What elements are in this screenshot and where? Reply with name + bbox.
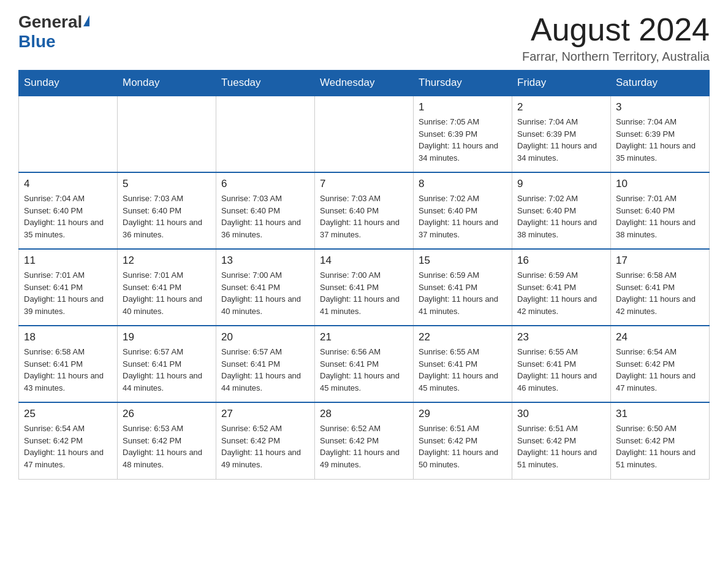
calendar-cell: 11Sunrise: 7:01 AMSunset: 6:41 PMDayligh… xyxy=(19,249,118,326)
calendar-cell: 5Sunrise: 7:03 AMSunset: 6:40 PMDaylight… xyxy=(118,172,216,249)
day-info: Sunrise: 7:04 AMSunset: 6:40 PMDaylight:… xyxy=(24,193,112,240)
day-info: Sunrise: 6:53 AMSunset: 6:42 PMDaylight:… xyxy=(123,423,211,470)
calendar-week-4: 18Sunrise: 6:58 AMSunset: 6:41 PMDayligh… xyxy=(19,326,710,402)
day-info: Sunrise: 6:51 AMSunset: 6:42 PMDaylight:… xyxy=(419,423,507,470)
column-header-wednesday: Wednesday xyxy=(315,71,414,96)
day-info: Sunrise: 6:58 AMSunset: 6:41 PMDaylight:… xyxy=(24,346,112,394)
calendar-cell: 4Sunrise: 7:04 AMSunset: 6:40 PMDaylight… xyxy=(19,172,118,249)
calendar-week-1: 1Sunrise: 7:05 AMSunset: 6:39 PMDaylight… xyxy=(19,96,710,172)
calendar-week-3: 11Sunrise: 7:01 AMSunset: 6:41 PMDayligh… xyxy=(19,249,710,326)
day-info: Sunrise: 7:04 AMSunset: 6:39 PMDaylight:… xyxy=(517,116,605,164)
day-number: 9 xyxy=(517,178,605,190)
day-info: Sunrise: 6:52 AMSunset: 6:42 PMDaylight:… xyxy=(320,423,408,470)
day-info: Sunrise: 7:01 AMSunset: 6:41 PMDaylight:… xyxy=(123,269,211,317)
calendar-cell: 17Sunrise: 6:58 AMSunset: 6:41 PMDayligh… xyxy=(611,249,710,326)
logo: General Blue xyxy=(18,12,91,52)
calendar-cell: 15Sunrise: 6:59 AMSunset: 6:41 PMDayligh… xyxy=(414,249,512,326)
day-number: 7 xyxy=(320,178,408,190)
day-number: 11 xyxy=(24,255,112,267)
calendar-cell: 29Sunrise: 6:51 AMSunset: 6:42 PMDayligh… xyxy=(414,402,512,479)
calendar-cell: 3Sunrise: 7:04 AMSunset: 6:39 PMDaylight… xyxy=(611,96,710,172)
day-number: 8 xyxy=(419,178,507,190)
calendar-cell: 28Sunrise: 6:52 AMSunset: 6:42 PMDayligh… xyxy=(315,402,414,479)
calendar-cell: 19Sunrise: 6:57 AMSunset: 6:41 PMDayligh… xyxy=(118,326,216,402)
day-info: Sunrise: 6:59 AMSunset: 6:41 PMDaylight:… xyxy=(419,269,507,317)
day-number: 15 xyxy=(419,255,507,267)
calendar-cell: 25Sunrise: 6:54 AMSunset: 6:42 PMDayligh… xyxy=(19,402,118,479)
day-info: Sunrise: 6:56 AMSunset: 6:41 PMDaylight:… xyxy=(320,346,408,394)
calendar-cell: 14Sunrise: 7:00 AMSunset: 6:41 PMDayligh… xyxy=(315,249,414,326)
calendar-cell: 23Sunrise: 6:55 AMSunset: 6:41 PMDayligh… xyxy=(512,326,611,402)
day-info: Sunrise: 7:01 AMSunset: 6:40 PMDaylight:… xyxy=(616,193,704,240)
calendar-week-5: 25Sunrise: 6:54 AMSunset: 6:42 PMDayligh… xyxy=(19,402,710,479)
calendar-cell: 22Sunrise: 6:55 AMSunset: 6:41 PMDayligh… xyxy=(414,326,512,402)
day-number: 19 xyxy=(123,331,211,343)
logo-triangle-icon xyxy=(83,15,89,26)
column-header-monday: Monday xyxy=(118,71,216,96)
day-info: Sunrise: 7:03 AMSunset: 6:40 PMDaylight:… xyxy=(123,193,211,240)
calendar-cell: 13Sunrise: 7:00 AMSunset: 6:41 PMDayligh… xyxy=(216,249,315,326)
title-block: August 2024 Farrar, Northern Territory, … xyxy=(522,12,710,64)
day-info: Sunrise: 7:03 AMSunset: 6:40 PMDaylight:… xyxy=(221,193,309,240)
calendar-week-2: 4Sunrise: 7:04 AMSunset: 6:40 PMDaylight… xyxy=(19,172,710,249)
day-number: 31 xyxy=(616,408,704,420)
calendar-cell: 12Sunrise: 7:01 AMSunset: 6:41 PMDayligh… xyxy=(118,249,216,326)
calendar-cell xyxy=(118,96,216,172)
day-number: 18 xyxy=(24,331,112,343)
day-info: Sunrise: 6:54 AMSunset: 6:42 PMDaylight:… xyxy=(616,346,704,394)
calendar-cell: 27Sunrise: 6:52 AMSunset: 6:42 PMDayligh… xyxy=(216,402,315,479)
calendar-cell: 6Sunrise: 7:03 AMSunset: 6:40 PMDaylight… xyxy=(216,172,315,249)
day-info: Sunrise: 7:02 AMSunset: 6:40 PMDaylight:… xyxy=(419,193,507,240)
page-header: General Blue August 2024 Farrar, Norther… xyxy=(18,12,710,64)
day-info: Sunrise: 7:03 AMSunset: 6:40 PMDaylight:… xyxy=(320,193,408,240)
calendar-cell: 26Sunrise: 6:53 AMSunset: 6:42 PMDayligh… xyxy=(118,402,216,479)
day-number: 20 xyxy=(221,331,309,343)
calendar-cell xyxy=(216,96,315,172)
day-number: 14 xyxy=(320,255,408,267)
day-info: Sunrise: 6:58 AMSunset: 6:41 PMDaylight:… xyxy=(616,269,704,317)
column-header-saturday: Saturday xyxy=(611,71,710,96)
day-number: 21 xyxy=(320,331,408,343)
day-number: 28 xyxy=(320,408,408,420)
calendar-cell: 2Sunrise: 7:04 AMSunset: 6:39 PMDaylight… xyxy=(512,96,611,172)
day-number: 13 xyxy=(221,255,309,267)
logo-blue-text: Blue xyxy=(18,32,56,51)
day-info: Sunrise: 6:59 AMSunset: 6:41 PMDaylight:… xyxy=(517,269,605,317)
day-number: 22 xyxy=(419,331,507,343)
day-info: Sunrise: 7:02 AMSunset: 6:40 PMDaylight:… xyxy=(517,193,605,240)
column-header-tuesday: Tuesday xyxy=(216,71,315,96)
day-info: Sunrise: 6:57 AMSunset: 6:41 PMDaylight:… xyxy=(221,346,309,394)
month-title: August 2024 xyxy=(522,12,710,47)
day-number: 30 xyxy=(517,408,605,420)
day-number: 25 xyxy=(24,408,112,420)
day-info: Sunrise: 6:57 AMSunset: 6:41 PMDaylight:… xyxy=(123,346,211,394)
calendar-cell: 20Sunrise: 6:57 AMSunset: 6:41 PMDayligh… xyxy=(216,326,315,402)
day-info: Sunrise: 7:01 AMSunset: 6:41 PMDaylight:… xyxy=(24,269,112,317)
column-header-friday: Friday xyxy=(512,71,611,96)
day-number: 23 xyxy=(517,331,605,343)
calendar-cell: 8Sunrise: 7:02 AMSunset: 6:40 PMDaylight… xyxy=(414,172,512,249)
calendar-cell: 9Sunrise: 7:02 AMSunset: 6:40 PMDaylight… xyxy=(512,172,611,249)
day-info: Sunrise: 7:05 AMSunset: 6:39 PMDaylight:… xyxy=(419,116,507,164)
day-info: Sunrise: 7:00 AMSunset: 6:41 PMDaylight:… xyxy=(320,269,408,317)
day-number: 29 xyxy=(419,408,507,420)
calendar-cell: 24Sunrise: 6:54 AMSunset: 6:42 PMDayligh… xyxy=(611,326,710,402)
day-info: Sunrise: 7:00 AMSunset: 6:41 PMDaylight:… xyxy=(221,269,309,317)
calendar-cell xyxy=(315,96,414,172)
logo-general-text: General xyxy=(18,12,82,32)
column-header-thursday: Thursday xyxy=(414,71,512,96)
day-number: 5 xyxy=(123,178,211,190)
calendar-table: SundayMondayTuesdayWednesdayThursdayFrid… xyxy=(18,70,710,480)
day-number: 2 xyxy=(517,101,605,113)
day-number: 3 xyxy=(616,101,704,113)
calendar-cell: 21Sunrise: 6:56 AMSunset: 6:41 PMDayligh… xyxy=(315,326,414,402)
day-number: 16 xyxy=(517,255,605,267)
day-info: Sunrise: 6:55 AMSunset: 6:41 PMDaylight:… xyxy=(517,346,605,394)
calendar-cell: 10Sunrise: 7:01 AMSunset: 6:40 PMDayligh… xyxy=(611,172,710,249)
day-number: 17 xyxy=(616,255,704,267)
calendar-header-row: SundayMondayTuesdayWednesdayThursdayFrid… xyxy=(19,71,710,96)
calendar-cell: 16Sunrise: 6:59 AMSunset: 6:41 PMDayligh… xyxy=(512,249,611,326)
calendar-cell: 30Sunrise: 6:51 AMSunset: 6:42 PMDayligh… xyxy=(512,402,611,479)
calendar-cell: 18Sunrise: 6:58 AMSunset: 6:41 PMDayligh… xyxy=(19,326,118,402)
day-info: Sunrise: 6:50 AMSunset: 6:42 PMDaylight:… xyxy=(616,423,704,470)
